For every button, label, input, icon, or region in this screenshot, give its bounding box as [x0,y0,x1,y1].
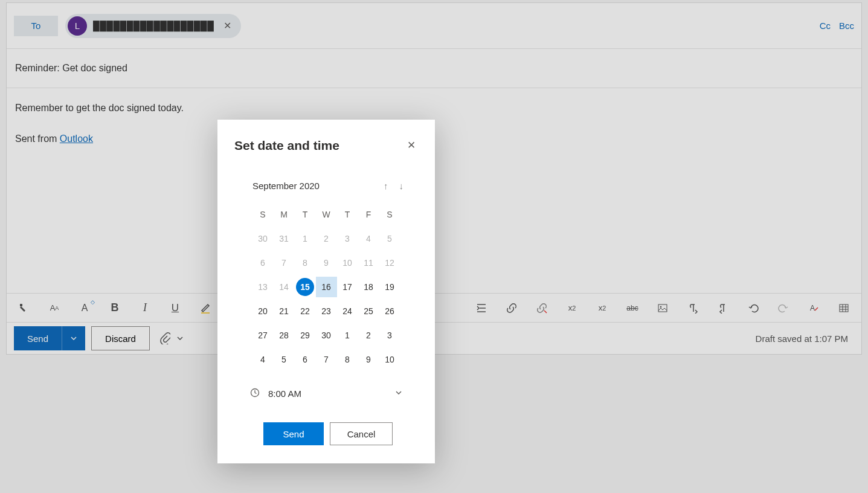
day-cell[interactable]: 24 [337,301,358,321]
day-cell[interactable]: 5 [274,349,295,370]
highlight-icon[interactable] [199,301,212,315]
day-cell[interactable]: 1 [337,325,358,346]
subscript-icon[interactable]: x2 [596,301,609,315]
day-cell[interactable]: 10 [379,349,400,370]
modal-cancel-button[interactable]: Cancel [330,422,393,445]
outlook-link[interactable]: Outlook [60,134,93,144]
remove-recipient-icon[interactable]: ✕ [220,18,235,34]
cc-link[interactable]: Cc [820,21,831,31]
day-cell[interactable]: 6 [252,253,274,273]
day-cell[interactable]: 19 [379,277,400,297]
attach-dropdown-icon[interactable] [176,335,184,342]
strikethrough-icon[interactable]: abc [626,301,639,315]
day-cell[interactable]: 20 [252,301,274,321]
redo-icon[interactable] [777,301,790,315]
day-cell[interactable]: 3 [379,325,400,346]
day-cell[interactable]: 31 [274,228,295,249]
format-painter-icon[interactable] [18,301,31,315]
day-cell[interactable]: 18 [358,277,379,297]
day-cell[interactable]: 12 [379,253,400,273]
day-cell[interactable]: 22 [295,301,316,321]
bold-icon[interactable]: B [108,301,121,315]
month-label[interactable]: September 2020 [252,181,320,191]
subject-field[interactable]: Reminder: Get doc signed [7,49,861,88]
day-cell[interactable]: 5 [379,228,400,249]
day-cell[interactable]: 4 [358,228,379,249]
day-cell[interactable]: 7 [274,253,295,273]
day-cell[interactable]: 29 [295,325,316,346]
week-row: 6789101112 [234,253,418,273]
week-row: 303112345 [234,228,418,249]
unlink-icon[interactable] [535,301,548,315]
svg-rect-2 [658,304,667,312]
modal-send-button[interactable]: Send [263,422,324,445]
prev-month-icon[interactable]: ↑ [384,181,388,191]
day-cell[interactable]: 9 [358,349,379,370]
insert-picture-icon[interactable] [656,301,669,315]
body-line: Remember to get the doc signed today. [15,100,853,116]
day-cell[interactable]: 1 [295,228,316,249]
italic-icon[interactable]: I [138,301,152,315]
send-button[interactable]: Send [14,326,62,350]
time-dropdown-icon[interactable] [395,389,402,398]
day-cell[interactable]: 17 [337,277,358,297]
day-cell[interactable]: 14 [274,277,295,297]
superscript-icon[interactable]: x2 [565,301,579,315]
rtl-icon[interactable] [716,301,730,315]
font-case-icon[interactable]: A◇ [78,301,91,315]
attach-icon[interactable] [159,332,170,344]
close-icon[interactable]: ✕ [405,137,418,154]
to-row: To L ██████████████████ ✕ Cc Bcc [7,3,861,49]
day-cell[interactable]: 15 [296,278,314,296]
day-cell[interactable]: 7 [316,349,337,370]
day-cell[interactable]: 23 [316,301,337,321]
day-cell[interactable]: 30 [252,228,274,249]
svg-line-1 [544,311,547,313]
table-icon[interactable] [837,301,850,315]
recipient-pill[interactable]: L ██████████████████ ✕ [65,14,241,38]
day-cell[interactable]: 11 [358,253,379,273]
month-row: September 2020 ↑ ↓ [234,181,418,191]
to-button[interactable]: To [14,16,58,36]
undo-icon[interactable] [747,301,760,315]
modal-title: Set date and time [234,138,339,153]
day-cell[interactable]: 9 [316,253,337,273]
day-cell[interactable]: 2 [358,325,379,346]
day-cell[interactable]: 3 [337,228,358,249]
ltr-icon[interactable] [686,301,699,315]
day-cell[interactable]: 26 [379,301,400,321]
day-cell[interactable]: 8 [337,349,358,370]
dow-cell: F [358,204,379,225]
schedule-modal: Set date and time ✕ September 2020 ↑ ↓ S… [217,120,435,463]
clear-format-icon[interactable]: A [807,301,820,315]
link-icon[interactable] [505,301,518,315]
day-cell[interactable]: 28 [274,325,295,346]
next-month-icon[interactable]: ↓ [399,181,404,191]
day-cell[interactable]: 21 [274,301,295,321]
day-cell[interactable]: 2 [316,228,337,249]
underline-icon[interactable]: U [169,301,182,315]
day-cell[interactable]: 6 [295,349,316,370]
bcc-link[interactable]: Bcc [839,21,854,31]
clock-icon [250,388,260,399]
day-cell[interactable]: 25 [358,301,379,321]
day-cell[interactable]: 30 [316,325,337,346]
font-size-icon[interactable]: AA [48,301,61,315]
send-dropdown-icon[interactable] [62,326,85,350]
draft-status: Draft saved at 1:07 PM [756,334,848,344]
discard-button[interactable]: Discard [91,326,150,350]
indent-icon[interactable] [475,301,488,315]
day-cell[interactable]: 27 [252,325,274,346]
time-value: 8:00 AM [268,388,301,399]
dow-cell: T [337,204,358,225]
day-cell[interactable]: 13 [252,277,274,297]
day-cell[interactable]: 10 [337,253,358,273]
day-cell[interactable]: 16 [316,277,337,297]
body-sent-prefix: Sent from [15,134,60,144]
day-cell[interactable]: 4 [252,349,274,370]
send-split-button: Send [14,326,85,350]
svg-rect-5 [840,304,848,312]
recipient-name: ██████████████████ [93,21,214,31]
time-row[interactable]: 8:00 AM [234,388,418,399]
day-cell[interactable]: 8 [295,253,316,273]
